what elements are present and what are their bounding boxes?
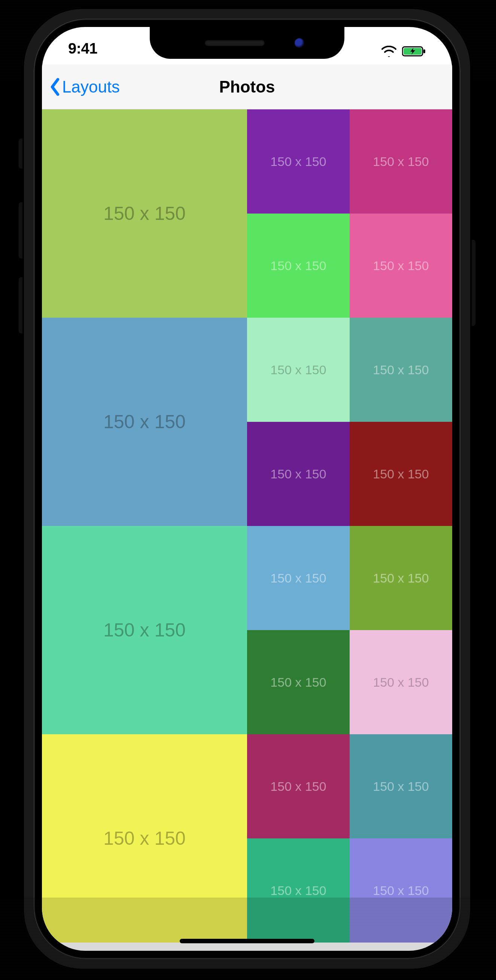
chevron-left-icon <box>49 78 62 96</box>
battery-charging-icon <box>402 46 426 57</box>
photo-cell[interactable]: 150 x 150 <box>350 318 452 422</box>
photo-cell[interactable]: 150 x 150 <box>350 526 452 630</box>
notch <box>150 27 344 59</box>
home-indicator[interactable] <box>180 939 314 943</box>
status-icons <box>381 46 426 57</box>
photos-collection[interactable]: 150 x 150150 x 150150 x 150150 x 150150 … <box>42 110 452 951</box>
photo-cell[interactable]: 150 x 150 <box>350 422 452 526</box>
photo-cell[interactable]: 150 x 150 <box>247 630 350 734</box>
back-button[interactable]: Layouts <box>49 64 120 109</box>
speaker-grille <box>205 40 265 46</box>
wifi-icon <box>381 46 397 57</box>
navigation-bar: Layouts Photos <box>42 64 452 110</box>
photo-cell[interactable]: 150 x 150 <box>350 838 452 943</box>
front-camera <box>295 38 304 48</box>
silent-switch[interactable] <box>19 138 22 169</box>
photo-cell[interactable]: 150 x 150 <box>42 318 247 526</box>
back-button-label: Layouts <box>62 78 120 96</box>
photo-cell[interactable]: 150 x 150 <box>350 630 452 734</box>
volume-up-button[interactable] <box>19 202 22 258</box>
photo-cell[interactable]: 150 x 150 <box>247 318 350 422</box>
svg-rect-1 <box>423 49 425 53</box>
status-time: 9:41 <box>68 40 97 57</box>
volume-down-button[interactable] <box>19 277 22 333</box>
photo-cell[interactable]: 150 x 150 <box>247 734 350 838</box>
photo-cell[interactable]: 150 x 150 <box>42 734 247 943</box>
device-bezel: 9:41 <box>34 19 460 959</box>
photo-cell[interactable]: 150 x 150 <box>350 110 452 213</box>
photo-cell[interactable]: 150 x 150 <box>247 422 350 526</box>
photos-grid: 150 x 150150 x 150150 x 150150 x 150150 … <box>42 110 452 943</box>
power-button[interactable] <box>472 240 475 326</box>
photo-cell[interactable]: 150 x 150 <box>247 213 350 318</box>
page-title: Photos <box>219 78 275 96</box>
photo-cell[interactable]: 150 x 150 <box>350 734 452 838</box>
photo-cell[interactable]: 150 x 150 <box>42 526 247 734</box>
screen: 9:41 <box>42 27 452 951</box>
device-frame: 9:41 <box>22 8 472 970</box>
photo-cell[interactable]: 150 x 150 <box>350 213 452 318</box>
photo-cell[interactable]: 150 x 150 <box>247 526 350 630</box>
photo-cell[interactable]: 150 x 150 <box>247 110 350 213</box>
photo-cell[interactable]: 150 x 150 <box>247 838 350 943</box>
photo-cell[interactable]: 150 x 150 <box>42 110 247 318</box>
